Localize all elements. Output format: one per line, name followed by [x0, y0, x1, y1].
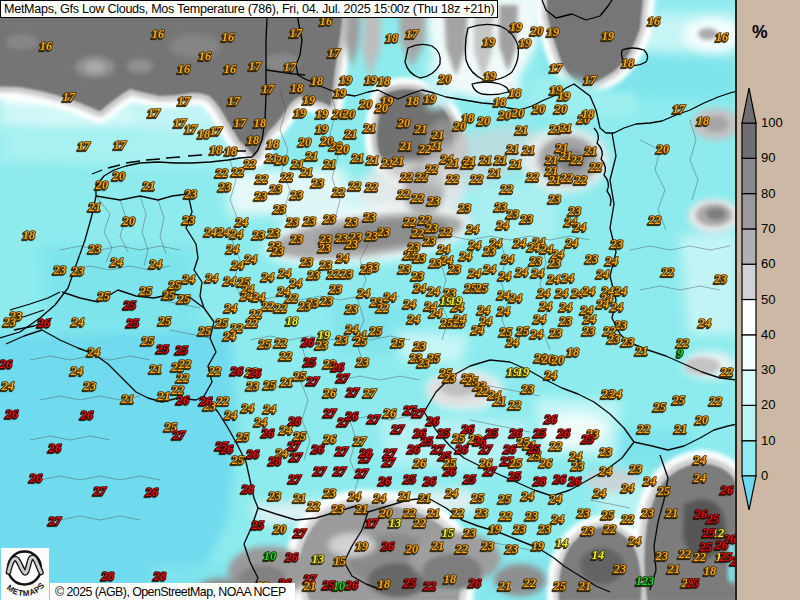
- svg-text:24: 24: [569, 449, 582, 463]
- svg-text:19: 19: [602, 29, 614, 43]
- svg-text:24: 24: [263, 402, 276, 416]
- svg-text:21: 21: [344, 127, 357, 141]
- svg-text:24: 24: [531, 266, 544, 280]
- svg-text:23: 23: [318, 241, 331, 255]
- svg-text:20: 20: [477, 114, 490, 128]
- svg-text:24: 24: [573, 220, 586, 234]
- svg-text:20: 20: [761, 397, 775, 412]
- svg-text:23: 23: [267, 226, 280, 240]
- svg-text:26: 26: [220, 442, 234, 456]
- svg-text:24: 24: [407, 312, 420, 326]
- svg-text:16: 16: [222, 30, 235, 44]
- svg-text:17: 17: [114, 138, 127, 152]
- svg-text:23: 23: [521, 382, 534, 396]
- svg-text:28: 28: [153, 569, 166, 583]
- svg-text:26: 26: [311, 442, 325, 456]
- svg-text:22: 22: [231, 165, 244, 179]
- svg-text:21: 21: [280, 375, 293, 389]
- svg-text:22: 22: [411, 226, 424, 240]
- svg-text:21: 21: [427, 506, 440, 520]
- svg-text:21: 21: [391, 154, 404, 168]
- svg-text:23: 23: [323, 212, 336, 226]
- svg-text:24: 24: [277, 284, 290, 298]
- svg-text:25: 25: [236, 430, 249, 444]
- svg-text:25: 25: [391, 336, 404, 350]
- svg-text:22: 22: [603, 522, 616, 536]
- svg-text:25: 25: [158, 314, 171, 328]
- svg-text:24: 24: [224, 408, 237, 422]
- svg-text:24: 24: [527, 240, 540, 254]
- svg-text:26: 26: [461, 422, 475, 436]
- svg-text:25: 25: [141, 334, 154, 348]
- svg-text:23: 23: [290, 188, 303, 202]
- svg-text:%: %: [752, 22, 768, 42]
- svg-text:10: 10: [264, 549, 276, 563]
- svg-text:23: 23: [629, 462, 642, 476]
- svg-text:26: 26: [720, 483, 734, 497]
- svg-text:24: 24: [223, 329, 236, 343]
- svg-text:24: 24: [403, 297, 416, 311]
- svg-text:24: 24: [223, 274, 236, 288]
- svg-text:24: 24: [537, 286, 550, 300]
- svg-text:23: 23: [290, 232, 303, 246]
- svg-text:24: 24: [614, 284, 627, 298]
- svg-text:24: 24: [427, 284, 440, 298]
- svg-text:18: 18: [247, 133, 259, 147]
- svg-text:25: 25: [437, 426, 450, 440]
- svg-text:24: 24: [521, 489, 534, 503]
- svg-text:23: 23: [363, 210, 376, 224]
- svg-text:23: 23: [340, 267, 353, 281]
- svg-text:23: 23: [298, 299, 311, 313]
- svg-text:24: 24: [413, 281, 426, 295]
- svg-text:24: 24: [547, 272, 560, 286]
- svg-text:15: 15: [442, 526, 454, 540]
- svg-text:26: 26: [230, 364, 244, 378]
- svg-text:27: 27: [367, 412, 381, 426]
- svg-text:26: 26: [29, 471, 43, 485]
- svg-text:23: 23: [423, 234, 436, 248]
- svg-text:17: 17: [673, 102, 686, 116]
- svg-text:22: 22: [709, 394, 722, 408]
- svg-text:24: 24: [551, 512, 564, 526]
- svg-text:24: 24: [610, 300, 623, 314]
- svg-text:24: 24: [565, 236, 578, 250]
- svg-text:21: 21: [323, 157, 336, 171]
- svg-text:20: 20: [112, 169, 125, 183]
- svg-text:23: 23: [494, 200, 507, 214]
- svg-text:19: 19: [424, 92, 436, 106]
- svg-text:26: 26: [176, 393, 190, 407]
- svg-text:22: 22: [327, 267, 340, 281]
- svg-text:17: 17: [78, 139, 91, 153]
- svg-text:21: 21: [545, 164, 558, 178]
- svg-text:20: 20: [298, 135, 311, 149]
- svg-text:22: 22: [523, 576, 536, 590]
- svg-text:27: 27: [346, 385, 360, 399]
- svg-text:20: 20: [273, 522, 286, 536]
- svg-text:22: 22: [279, 349, 292, 363]
- svg-text:13: 13: [312, 552, 324, 566]
- svg-text:22: 22: [439, 225, 452, 239]
- svg-text:24: 24: [429, 306, 442, 320]
- svg-text:26: 26: [145, 485, 159, 499]
- svg-text:28: 28: [288, 414, 301, 428]
- svg-text:23: 23: [88, 242, 101, 256]
- svg-text:22: 22: [637, 422, 650, 436]
- svg-text:23: 23: [329, 282, 342, 296]
- svg-text:27: 27: [431, 442, 445, 456]
- svg-text:24: 24: [348, 489, 361, 503]
- svg-text:19: 19: [484, 69, 496, 83]
- svg-text:26: 26: [261, 426, 275, 440]
- svg-text:25: 25: [126, 316, 139, 330]
- svg-text:18: 18: [311, 74, 323, 88]
- svg-text:21: 21: [293, 491, 306, 505]
- svg-text:16: 16: [199, 49, 212, 63]
- svg-text:23: 23: [483, 244, 496, 258]
- svg-text:23: 23: [303, 214, 316, 228]
- svg-text:25: 25: [699, 540, 712, 554]
- svg-text:22: 22: [245, 316, 258, 330]
- svg-text:23: 23: [607, 332, 620, 346]
- svg-text:25: 25: [403, 576, 416, 590]
- svg-text:25: 25: [177, 292, 190, 306]
- svg-text:21: 21: [88, 200, 101, 214]
- svg-text:22: 22: [508, 398, 521, 412]
